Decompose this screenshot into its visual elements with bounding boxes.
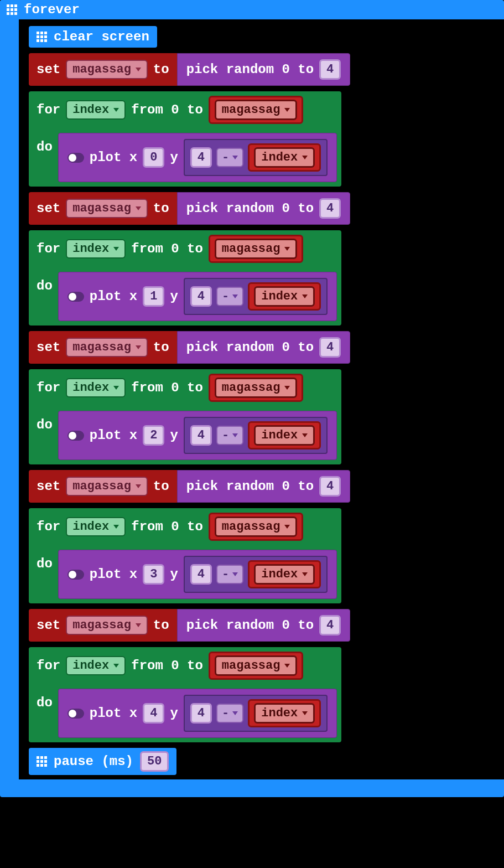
loop-limit-slot[interactable]: magassag <box>209 374 304 402</box>
loop-limit-var-dropdown[interactable]: magassag <box>215 239 298 259</box>
y-right-var-dropdown[interactable]: index <box>254 147 315 168</box>
plot-y-label: y <box>170 289 178 304</box>
random-max-input[interactable]: 4 <box>319 337 341 358</box>
variable-dropdown[interactable]: magassag <box>66 477 148 496</box>
chevron-down-icon <box>113 247 119 251</box>
set-block[interactable]: set magassag to <box>29 53 177 86</box>
loop-var-dropdown[interactable]: index <box>66 239 126 259</box>
for-header[interactable]: for index from 0 to magassag <box>29 647 341 684</box>
random-max-input[interactable]: 4 <box>319 198 341 219</box>
y-right-var-dropdown[interactable]: index <box>254 286 315 307</box>
random-max-input[interactable]: 4 <box>319 59 341 80</box>
pause-block[interactable]: pause (ms) 50 <box>29 748 176 775</box>
variable-dropdown[interactable]: magassag <box>66 338 148 357</box>
plot-x-input[interactable]: 4 <box>143 703 164 724</box>
loop-limit-var-dropdown[interactable]: magassag <box>215 516 298 537</box>
plot-block[interactable]: plot x 4 y 4 - index <box>58 689 337 738</box>
y-left-input[interactable]: 4 <box>190 286 212 307</box>
loop-limit-var-dropdown[interactable]: magassag <box>215 100 298 120</box>
toggle-icon[interactable] <box>67 570 84 580</box>
set-variable-row[interactable]: set magassag to pick random 0 to 4 <box>29 331 350 364</box>
operator-dropdown[interactable]: - <box>216 148 243 167</box>
toggle-icon[interactable] <box>67 709 84 719</box>
plot-block[interactable]: plot x 3 y 4 - index <box>58 550 337 599</box>
loop-var-dropdown[interactable]: index <box>66 656 126 675</box>
chevron-down-icon <box>136 206 141 210</box>
y-right-slot[interactable]: index <box>248 421 321 450</box>
set-block[interactable]: set magassag to <box>29 470 177 503</box>
set-variable-row[interactable]: set magassag to pick random 0 to 4 <box>29 609 350 642</box>
math-expression[interactable]: 4 - index <box>184 278 328 315</box>
toggle-icon[interactable] <box>67 292 84 302</box>
variable-dropdown[interactable]: magassag <box>66 60 148 79</box>
y-left-input[interactable]: 4 <box>190 703 212 724</box>
y-right-slot[interactable]: index <box>248 699 321 727</box>
pick-random-block[interactable]: pick random 0 to 4 <box>177 331 351 364</box>
loop-var-dropdown[interactable]: index <box>66 100 126 120</box>
set-variable-row[interactable]: set magassag to pick random 0 to 4 <box>29 192 350 225</box>
for-loop-block[interactable]: for index from 0 to magassag do plot x 2… <box>29 369 341 464</box>
math-expression[interactable]: 4 - index <box>184 695 328 732</box>
random-max-input[interactable]: 4 <box>319 476 341 497</box>
for-loop-block[interactable]: for index from 0 to magassag do plot x 3… <box>29 508 341 603</box>
loop-limit-slot[interactable]: magassag <box>209 96 304 124</box>
y-right-slot[interactable]: index <box>248 282 321 311</box>
loop-limit-slot[interactable]: magassag <box>209 235 304 263</box>
loop-limit-slot[interactable]: magassag <box>209 652 304 680</box>
loop-limit-var-dropdown[interactable]: magassag <box>215 378 298 398</box>
toggle-icon[interactable] <box>67 153 84 163</box>
variable-dropdown[interactable]: magassag <box>66 199 148 218</box>
set-label: set <box>37 201 60 216</box>
pick-random-block[interactable]: pick random 0 to 4 <box>177 192 351 225</box>
pause-value-input[interactable]: 50 <box>140 751 169 772</box>
from-to-label: from 0 to <box>131 241 203 256</box>
pick-random-block[interactable]: pick random 0 to 4 <box>177 53 351 86</box>
loop-limit-slot[interactable]: magassag <box>209 513 304 541</box>
plot-block[interactable]: plot x 0 y 4 - index <box>58 133 337 182</box>
for-header[interactable]: for index from 0 to magassag <box>29 230 341 267</box>
set-variable-row[interactable]: set magassag to pick random 0 to 4 <box>29 470 350 503</box>
plot-x-input[interactable]: 2 <box>143 425 164 446</box>
set-block[interactable]: set magassag to <box>29 609 177 642</box>
toggle-icon[interactable] <box>67 431 84 441</box>
operator-dropdown[interactable]: - <box>216 287 243 306</box>
math-expression[interactable]: 4 - index <box>184 556 328 593</box>
plot-block[interactable]: plot x 1 y 4 - index <box>58 272 337 321</box>
y-right-var-dropdown[interactable]: index <box>254 425 315 446</box>
set-block[interactable]: set magassag to <box>29 331 177 364</box>
math-expression[interactable]: 4 - index <box>184 139 328 176</box>
for-loop-block[interactable]: for index from 0 to magassag do plot x 1… <box>29 230 341 326</box>
loop-var-dropdown[interactable]: index <box>66 517 126 536</box>
loop-limit-var-dropdown[interactable]: magassag <box>215 655 298 676</box>
pick-random-block[interactable]: pick random 0 to 4 <box>177 609 351 642</box>
operator-dropdown[interactable]: - <box>216 704 243 723</box>
y-right-var-dropdown[interactable]: index <box>254 564 315 585</box>
pick-random-block[interactable]: pick random 0 to 4 <box>177 470 351 503</box>
plot-x-input[interactable]: 0 <box>143 147 164 168</box>
y-right-slot[interactable]: index <box>248 143 321 172</box>
y-right-var-dropdown[interactable]: index <box>254 703 315 724</box>
for-header[interactable]: for index from 0 to magassag <box>29 369 341 406</box>
y-left-input[interactable]: 4 <box>190 147 212 168</box>
for-header[interactable]: for index from 0 to magassag <box>29 508 341 545</box>
forever-header[interactable]: forever <box>0 0 90 19</box>
variable-dropdown[interactable]: magassag <box>66 616 148 635</box>
math-expression[interactable]: 4 - index <box>184 417 328 454</box>
plot-x-input[interactable]: 1 <box>143 286 164 307</box>
forever-block[interactable]: forever clear screen set magassag to pic… <box>0 0 504 797</box>
set-variable-row[interactable]: set magassag to pick random 0 to 4 <box>29 53 350 86</box>
set-block[interactable]: set magassag to <box>29 192 177 225</box>
plot-block[interactable]: plot x 2 y 4 - index <box>58 411 337 460</box>
for-loop-block[interactable]: for index from 0 to magassag do plot x 0… <box>29 91 341 187</box>
operator-dropdown[interactable]: - <box>216 565 243 584</box>
for-loop-block[interactable]: for index from 0 to magassag do plot x 4… <box>29 647 341 742</box>
y-left-input[interactable]: 4 <box>190 425 212 446</box>
plot-x-input[interactable]: 3 <box>143 564 164 585</box>
y-right-slot[interactable]: index <box>248 560 321 588</box>
for-header[interactable]: for index from 0 to magassag <box>29 91 341 128</box>
loop-var-dropdown[interactable]: index <box>66 378 126 397</box>
operator-dropdown[interactable]: - <box>216 426 243 445</box>
random-max-input[interactable]: 4 <box>319 615 341 636</box>
clear-screen-block[interactable]: clear screen <box>29 26 157 48</box>
y-left-input[interactable]: 4 <box>190 564 212 585</box>
